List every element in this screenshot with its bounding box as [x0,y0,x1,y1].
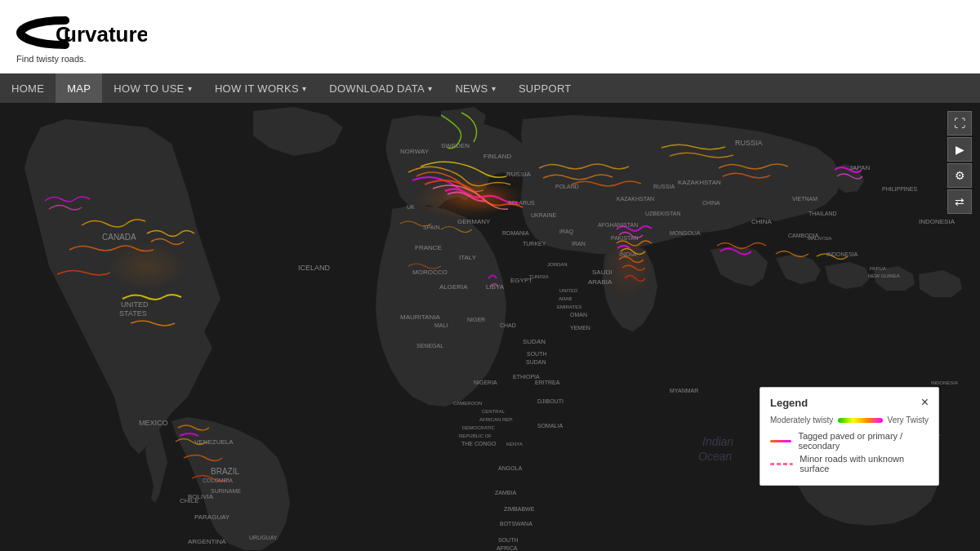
svg-text:MALAYSIA: MALAYSIA [808,236,832,241]
svg-text:JORDAN: JORDAN [547,262,568,267]
forward-button[interactable]: ▶ [947,137,972,162]
svg-text:ALGERIA: ALGERIA [439,283,468,291]
legend-close-button[interactable]: × [921,396,929,409]
layers-button[interactable]: ⇄ [947,189,972,214]
svg-text:THE CONGO: THE CONGO [461,441,497,447]
navbar: HOME MAP HOW TO USE ▾ HOW IT WORKS ▾ DOW… [0,73,980,103]
svg-text:CHINA: CHINA [751,218,773,225]
nav-how-it-works[interactable]: HOW IT WORKS ▾ [203,73,318,103]
svg-text:ICELAND: ICELAND [298,264,331,272]
header: urvature C Find twisty roads. [0,0,980,73]
svg-text:JAPAN: JAPAN [849,164,870,171]
svg-text:STATES: STATES [119,309,147,318]
svg-text:SOMALIA: SOMALIA [537,423,563,429]
svg-text:SWEDEN: SWEDEN [441,142,470,149]
svg-text:MAURITANIA: MAURITANIA [400,313,440,321]
legend-title: Legend [770,397,808,409]
legend-gradient-left-label: Moderately twisty [770,415,833,424]
svg-text:BRAZIL: BRAZIL [211,467,239,476]
svg-text:INDONESIA: INDONESIA [919,218,956,225]
map-controls: ⛶ ▶ ⚙ ⇄ [947,111,972,214]
svg-text:AFRICAN REP.: AFRICAN REP. [479,417,514,422]
legend-item-solid-label: Tagged paved or primary / secondary [798,431,929,451]
svg-text:UKRAINE: UKRAINE [531,212,556,218]
svg-text:ETHIOPIA: ETHIOPIA [513,374,540,380]
svg-text:CHILE: CHILE [180,497,199,504]
nav-map[interactable]: MAP [56,73,102,103]
svg-text:AFGHANISTAN: AFGHANISTAN [598,222,638,228]
svg-text:URUGUAY: URUGUAY [249,535,278,540]
legend-item-dashed-label: Minor roads with unknown surface [800,454,929,473]
svg-text:INDONESIA: INDONESIA [826,251,858,257]
svg-text:NORWAY: NORWAY [400,148,430,155]
svg-text:NIGERIA: NIGERIA [474,380,497,385]
svg-point-99 [412,179,510,220]
svg-text:ERITREA: ERITREA [535,380,560,385]
legend-item-solid: Tagged paved or primary / secondary [770,431,929,451]
svg-text:ROMANIA: ROMANIA [502,230,529,236]
svg-text:VENEZUELA: VENEZUELA [194,438,234,446]
svg-text:PARAGUAY: PARAGUAY [194,513,230,521]
legend-header: Legend × [770,396,929,409]
legend-gradient-bar [838,418,882,423]
svg-text:SOUTH: SOUTH [498,537,519,543]
svg-text:RUSSIA: RUSSIA [735,139,763,147]
chevron-down-icon: ▾ [302,84,306,93]
svg-text:TUNISIA: TUNISIA [529,274,549,279]
fullscreen-button[interactable]: ⛶ [947,111,972,136]
svg-text:CAMEROON: CAMEROON [453,401,482,406]
svg-text:YEMEN: YEMEN [570,325,590,331]
svg-text:SENEGAL: SENEGAL [416,343,443,349]
map-container[interactable]: Indian Ocean CANADA UNITED STATES MEXICO… [0,103,980,551]
svg-text:SUDAN: SUDAN [526,359,546,365]
svg-text:NIGER: NIGER [467,317,485,322]
legend-gradient-right-label: Very Twisty [888,415,929,424]
forward-icon: ▶ [956,143,964,156]
nav-support[interactable]: SUPPORT [507,73,583,103]
svg-text:SOUTH: SOUTH [527,351,547,357]
legend-gradient-row: Moderately twisty Very Twisty [770,415,929,424]
svg-text:Ocean: Ocean [698,450,732,463]
svg-text:THAILAND: THAILAND [808,211,837,216]
tagline: Find twisty roads. [16,54,147,64]
svg-text:SUDAN: SUDAN [523,338,546,345]
logo[interactable]: urvature C [16,11,147,56]
svg-text:KENYA: KENYA [506,442,523,447]
svg-text:MOROCCO: MOROCCO [412,269,448,276]
svg-text:RUSSIA: RUSSIA [506,171,531,178]
svg-text:VIETNAM: VIETNAM [792,196,817,202]
nav-home[interactable]: HOME [0,73,56,103]
svg-text:CHINA: CHINA [702,200,720,206]
svg-text:INDONESIA: INDONESIA [931,380,958,385]
fullscreen-icon: ⛶ [954,117,965,130]
svg-text:Indian: Indian [702,435,733,448]
nav-how-to-use[interactable]: HOW TO USE ▾ [102,73,203,103]
svg-text:UK: UK [407,204,415,210]
svg-text:PAPUA: PAPUA [870,266,886,271]
svg-text:FRANCE: FRANCE [415,244,442,251]
svg-text:COLOMBIA: COLOMBIA [203,478,233,483]
logo-area: urvature C Find twisty roads. [16,11,147,64]
nav-news[interactable]: NEWS ▾ [443,73,507,103]
legend: Legend × Moderately twisty Very Twisty T… [760,387,939,486]
svg-text:REPUBLIC OF: REPUBLIC OF [459,433,492,438]
svg-text:BOTSWANA: BOTSWANA [500,521,532,527]
svg-text:SPAIN: SPAIN [423,224,440,230]
svg-text:FINLAND: FINLAND [483,153,511,160]
svg-text:C: C [56,22,71,47]
svg-text:ITALY: ITALY [459,254,477,261]
svg-text:DEMOCRATIC: DEMOCRATIC [462,425,496,430]
svg-text:UNITED: UNITED [121,300,149,309]
svg-text:MALI: MALI [434,322,448,328]
svg-text:DJIBOUTI: DJIBOUTI [537,398,564,404]
svg-text:MEXICO: MEXICO [139,419,168,427]
legend-line-dashed-icon [770,463,793,465]
svg-text:OMAN: OMAN [570,312,587,318]
layers-icon: ⇄ [955,195,964,208]
nav-download-data[interactable]: DOWNLOAD DATA ▾ [318,73,443,103]
settings-button[interactable]: ⚙ [947,163,972,188]
svg-text:MYANMAR: MYANMAR [670,388,698,393]
legend-item-dashed: Minor roads with unknown surface [770,454,929,473]
svg-text:IRAQ: IRAQ [559,229,574,235]
svg-text:TURKEY: TURKEY [523,241,546,247]
